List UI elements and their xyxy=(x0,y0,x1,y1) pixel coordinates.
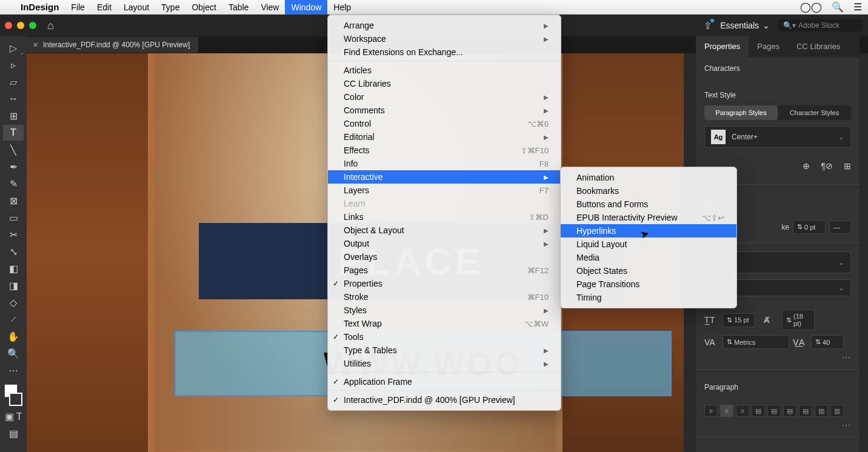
stroke-type-select[interactable]: — xyxy=(829,221,851,234)
gap-tool[interactable]: ↔ xyxy=(3,91,24,107)
scissors-tool[interactable]: ✂ xyxy=(3,227,24,242)
submenu-item-epub-interactivity-preview[interactable]: EPUB Interactivity Preview⌥⇧↩ xyxy=(561,211,736,224)
character-styles-tab[interactable]: Character Styles xyxy=(778,105,851,120)
gradient-feather-tool[interactable]: ◨ xyxy=(3,278,24,293)
close-icon[interactable]: ✕ xyxy=(33,41,38,49)
stroke-weight-input[interactable]: ⇅ 0 pt xyxy=(793,220,826,234)
paragraph-styles-tab[interactable]: Paragraph Styles xyxy=(704,105,778,120)
justify-all-button[interactable]: ▤ xyxy=(799,405,812,417)
menu-layout[interactable]: Layout xyxy=(118,0,155,15)
new-style-icon[interactable]: ⊕ xyxy=(803,161,810,171)
menu-item-styles[interactable]: Styles▶ xyxy=(328,304,561,317)
pen-tool[interactable]: ✒ xyxy=(3,159,24,174)
align-toward-spine-button[interactable]: ▥ xyxy=(815,405,828,417)
fill-stroke-swatch[interactable] xyxy=(3,383,24,407)
submenu-item-object-states[interactable]: Object States xyxy=(561,264,736,278)
menu-item-stroke[interactable]: Stroke⌘F10 xyxy=(328,290,561,304)
type-tool[interactable]: T xyxy=(3,125,24,141)
spotlight-icon[interactable]: 🔍 xyxy=(832,1,844,13)
note-tool[interactable]: ◇ xyxy=(3,294,24,310)
menu-item-pages[interactable]: Pages⌘F12 xyxy=(328,264,561,277)
align-center-button[interactable]: ≡ xyxy=(720,405,733,417)
menu-item-text-wrap[interactable]: Text Wrap⌥⌘W xyxy=(328,317,561,330)
tab-cc-libraries[interactable]: CC Libraries xyxy=(788,36,849,57)
kerning-input[interactable]: ⇅ Metrics xyxy=(723,335,789,349)
justify-right-button[interactable]: ▤ xyxy=(783,405,796,417)
font-size-input[interactable]: ⇅ 15 pt xyxy=(723,313,755,327)
menu-item-color[interactable]: Color▶ xyxy=(328,90,561,104)
menu-item-workspace[interactable]: Workspace▶ xyxy=(328,32,561,45)
eyedropper-tool[interactable]: ⟋ xyxy=(3,311,24,327)
menu-item-effects[interactable]: Effects⇧⌘F10 xyxy=(328,144,561,157)
menu-item-editorial[interactable]: Editorial▶ xyxy=(328,130,561,144)
share-icon[interactable]: ⇪ xyxy=(704,20,712,32)
stock-search[interactable]: 🔍▾ Adobe Stock xyxy=(778,19,863,32)
submenu-item-page-transitions[interactable]: Page Transitions xyxy=(561,278,736,291)
menu-item-cc-libraries[interactable]: CC Libraries xyxy=(328,77,561,90)
menu-item-object-layout[interactable]: Object & Layout▶ xyxy=(328,224,561,237)
tab-pages[interactable]: Pages xyxy=(749,36,788,57)
hand-tool[interactable]: ✋ xyxy=(3,328,24,344)
minimize-window[interactable] xyxy=(17,22,24,29)
more-options-icon[interactable]: ⋯ xyxy=(696,419,860,431)
rectangle-tool[interactable]: ▭ xyxy=(3,210,24,225)
direct-selection-tool[interactable]: ▹ xyxy=(3,57,24,73)
menu-help[interactable]: Help xyxy=(327,0,357,15)
menu-table[interactable]: Table xyxy=(222,0,255,15)
selection-tool[interactable]: ▷▸ xyxy=(3,40,24,56)
app-name[interactable]: InDesign xyxy=(15,2,65,12)
control-center-icon[interactable]: ☰ xyxy=(853,1,862,13)
menu-item-type-tables[interactable]: Type & Tables▶ xyxy=(328,344,561,357)
view-mode-toggle[interactable]: ▤ xyxy=(3,425,24,441)
menu-item-info[interactable]: InfoF8 xyxy=(328,157,561,170)
menu-item-find-extensions-on-exchange[interactable]: Find Extensions on Exchange... xyxy=(328,45,561,61)
menu-item-comments[interactable]: Comments▶ xyxy=(328,104,561,117)
cc-icon[interactable]: ◯◯ xyxy=(800,1,822,13)
home-icon[interactable]: ⌂ xyxy=(47,19,54,32)
menu-item-application-frame[interactable]: Application Frame xyxy=(328,375,561,391)
menu-item-interactive-pdf-indd-400-gpu-preview[interactable]: Interactive_PDF.indd @ 400% [GPU Preview… xyxy=(328,393,561,407)
menu-item-overlays[interactable]: Overlays xyxy=(328,250,561,264)
menu-item-utilities[interactable]: Utilities▶ xyxy=(328,357,561,373)
menu-type[interactable]: Type xyxy=(155,0,185,15)
tab-properties[interactable]: Properties xyxy=(696,36,749,57)
menu-item-articles[interactable]: Articles xyxy=(328,64,561,77)
format-container-toggle[interactable]: ▣ T xyxy=(3,408,24,424)
add-icon[interactable]: ⊞ xyxy=(844,161,851,171)
line-tool[interactable]: ╲ xyxy=(3,142,24,158)
submenu-item-media[interactable]: Media xyxy=(561,251,736,264)
justify-center-button[interactable]: ▤ xyxy=(767,405,781,417)
menu-item-control[interactable]: Control⌥⌘6 xyxy=(328,117,561,130)
paragraph-style-selector[interactable]: Ag Center+ ⌄ xyxy=(704,126,851,148)
menu-item-arrange[interactable]: Arrange▶ xyxy=(328,19,561,32)
leading-input[interactable]: ⇅ (18 pt) xyxy=(782,310,815,330)
menu-object[interactable]: Object xyxy=(185,0,222,15)
pencil-tool[interactable]: ✎ xyxy=(3,176,24,191)
rectangle-frame-tool[interactable]: ⊠ xyxy=(3,193,24,208)
submenu-item-animation[interactable]: Animation xyxy=(561,171,736,184)
clear-overrides-icon[interactable]: ¶⊘ xyxy=(821,161,833,171)
menu-item-interactive[interactable]: Interactive▶ xyxy=(328,170,561,184)
menu-window[interactable]: Window xyxy=(285,0,327,15)
menu-item-output[interactable]: Output▶ xyxy=(328,237,561,250)
submenu-item-buttons-and-forms[interactable]: Buttons and Forms xyxy=(561,198,736,211)
color-theme-tool[interactable]: ⋯ xyxy=(3,362,24,378)
zoom-tool[interactable]: 🔍 xyxy=(3,345,24,361)
menu-item-links[interactable]: Links⇧⌘D xyxy=(328,210,561,224)
menu-item-properties[interactable]: Properties xyxy=(328,277,561,290)
close-window[interactable] xyxy=(5,22,12,29)
align-left-button[interactable]: ≡ xyxy=(704,405,718,417)
menu-file[interactable]: File xyxy=(65,0,91,15)
tracking-input[interactable]: ⇅ 40 xyxy=(811,335,844,349)
content-collector-tool[interactable]: ⊞ xyxy=(3,108,24,124)
workspace-switcher[interactable]: Essentials ⌄ xyxy=(720,21,770,30)
menu-item-tools[interactable]: Tools xyxy=(328,330,561,344)
maximize-window[interactable] xyxy=(29,22,36,29)
more-options-icon[interactable]: ⋯ xyxy=(696,351,860,363)
justify-left-button[interactable]: ▤ xyxy=(752,405,765,417)
menu-view[interactable]: View xyxy=(255,0,285,15)
align-away-spine-button[interactable]: ▥ xyxy=(830,405,844,417)
align-right-button[interactable]: ≡ xyxy=(736,405,749,417)
submenu-item-timing[interactable]: Timing xyxy=(561,291,736,304)
menu-item-layers[interactable]: LayersF7 xyxy=(328,184,561,197)
